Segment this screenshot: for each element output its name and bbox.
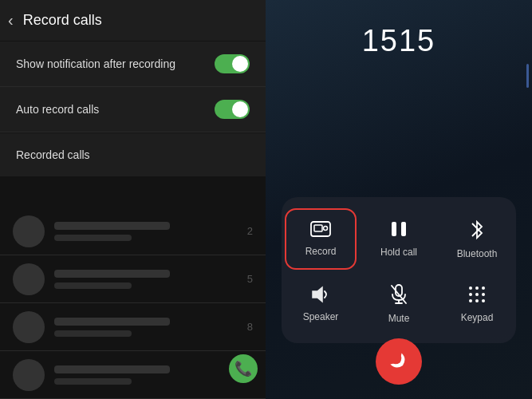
svg-point-12 [482,286,485,290]
ghost-text-block-4 [54,365,247,385]
end-call-button[interactable] [376,338,422,385]
svg-point-18 [482,299,485,302]
mute-icon [390,284,408,308]
scroll-indicator [526,64,529,88]
recorded-calls-label: Recorded calls [16,148,90,161]
show-notification-row[interactable]: Show notification after recording [0,41,266,87]
ghost-num-2: 5 [247,273,253,285]
settings-list: Show notification after recording Auto r… [0,41,266,132]
ghost-avatar-2 [13,263,45,295]
end-call-icon [387,350,411,373]
speaker-icon [311,286,330,306]
svg-rect-1 [314,225,322,231]
svg-point-10 [469,286,472,290]
keypad-button[interactable]: Keypad [438,273,516,335]
phone-icon: 📞 [234,360,252,377]
speaker-label: Speaker [303,311,339,322]
auto-record-row[interactable]: Auto record calls [0,87,266,132]
svg-point-16 [469,299,472,302]
keypad-icon [467,285,487,307]
ghost-line-5 [54,318,170,326]
auto-record-toggle[interactable] [215,100,250,119]
record-icon [310,221,331,241]
svg-point-17 [475,299,479,302]
record-label: Record [305,246,337,257]
ghost-num-1: 2 [247,225,253,237]
ghost-line-6 [54,330,132,337]
controls-grid: Record Hold call Blue [282,205,516,335]
ghost-avatar-4 [13,359,45,391]
ghost-line-7 [54,365,170,373]
ghost-item-1: 2 [0,207,266,255]
mute-button[interactable]: Mute [360,273,438,335]
ghost-line-2 [54,235,132,241]
speaker-button[interactable]: Speaker [282,273,360,335]
svg-point-14 [475,293,479,296]
bluetooth-button[interactable]: Bluetooth [438,205,516,273]
ghost-text-block-1 [54,222,247,241]
ghost-item-3: 8 [0,303,266,351]
svg-point-11 [475,286,479,290]
toggle-thumb-1 [232,56,248,72]
mute-label: Mute [388,313,410,324]
ghost-text-block-3 [54,318,247,337]
caller-number: 1515 [266,24,532,58]
ghost-line-1 [54,222,170,230]
ghost-avatar-3 [13,311,45,343]
ghost-line-8 [54,378,132,385]
phone-fab[interactable]: 📞 [229,354,258,383]
show-notification-label: Show notification after recording [16,57,175,70]
svg-point-2 [324,227,328,231]
hold-call-button[interactable]: Hold call [360,205,438,273]
hold-call-label: Hold call [380,247,417,258]
bluetooth-label: Bluetooth [457,248,498,259]
left-panel: ‹ Record calls Show notification after r… [0,0,266,399]
ghost-num-3: 8 [247,321,253,333]
right-panel: 1515 Record [266,0,532,399]
left-content: ‹ Record calls Show notification after r… [0,0,266,399]
bluetooth-icon [470,219,484,243]
recorded-calls-row[interactable]: Recorded calls [0,133,266,176]
svg-point-13 [469,293,472,296]
hold-icon [391,221,407,242]
ghost-text-block-2 [54,270,247,289]
call-controls-panel: Record Hold call Blue [282,197,516,343]
ghost-call-list: 2 5 8 [0,207,266,399]
record-button[interactable]: Record [285,208,357,270]
ghost-item-2: 5 [0,255,266,303]
svg-rect-4 [401,222,406,236]
ghost-avatar-1 [13,215,45,247]
svg-point-15 [482,293,485,296]
auto-record-label: Auto record calls [16,103,99,116]
svg-rect-3 [392,222,396,236]
back-icon[interactable]: ‹ [8,11,14,30]
toggle-thumb-2 [232,101,248,117]
ghost-line-4 [54,282,132,289]
keypad-label: Keypad [461,312,494,323]
svg-marker-5 [313,287,322,302]
ghost-item-4: 0 [0,351,266,399]
ghost-line-3 [54,270,170,278]
page-title: Record calls [23,12,102,29]
show-notification-toggle[interactable] [215,54,250,73]
settings-header: ‹ Record calls [0,0,266,41]
